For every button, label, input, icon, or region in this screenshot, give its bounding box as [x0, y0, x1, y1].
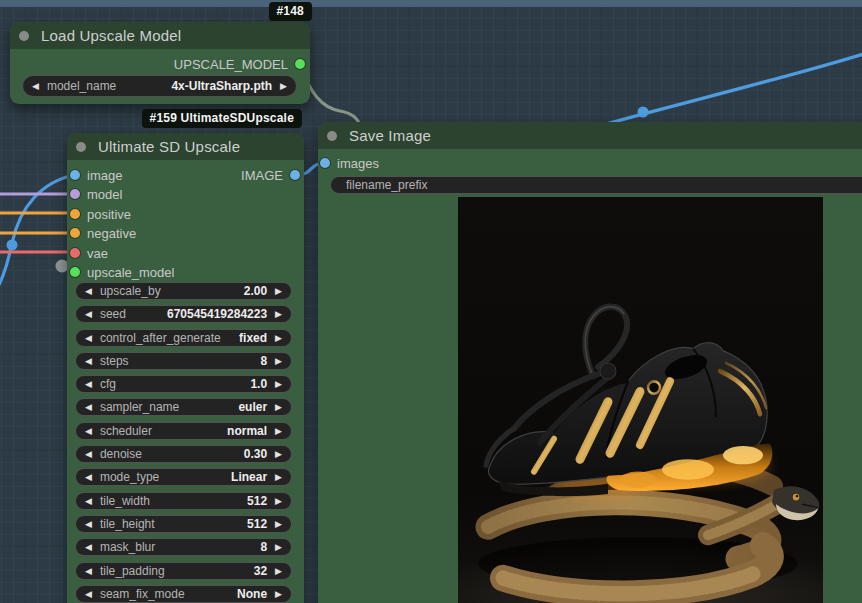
input-label: image: [87, 168, 122, 183]
node-ultimate-sd-upscale[interactable]: Ultimate SD Upscale image model positive…: [67, 133, 304, 603]
arrow-left-icon[interactable]: ◀: [85, 492, 92, 510]
widget-name: tile_padding: [100, 564, 165, 578]
arrow-left-icon[interactable]: ◀: [85, 282, 92, 300]
input-label: images: [337, 156, 379, 171]
input-upscale-model: upscale_model: [70, 264, 174, 280]
collapse-dot-icon[interactable]: [19, 31, 29, 41]
widget-tile-padding[interactable]: ◀ tile_padding 32 ▶: [75, 562, 292, 580]
arrow-left-icon[interactable]: ◀: [85, 562, 92, 580]
sneaker-snake-image: [458, 197, 823, 603]
widget-tile-height[interactable]: ◀ tile_height 512 ▶: [75, 515, 292, 533]
input-dot-positive[interactable]: [70, 209, 80, 219]
widget-name: mode_type: [100, 470, 159, 484]
arrow-left-icon[interactable]: ◀: [85, 375, 92, 393]
input-dot-negative[interactable]: [70, 228, 80, 238]
widget-scheduler[interactable]: ◀ scheduler normal ▶: [75, 422, 292, 440]
widget-value: None: [237, 587, 267, 601]
node-id-badge-ultimate: #159 UltimateSDUpscale: [142, 109, 302, 128]
input-dot-upscale-model[interactable]: [70, 267, 80, 277]
widget-value: euler: [238, 400, 267, 414]
image-preview[interactable]: [458, 197, 823, 603]
link-image-top-right-dot[interactable]: [638, 107, 649, 118]
arrow-right-icon[interactable]: ▶: [275, 515, 282, 533]
node-titlebar[interactable]: Load Upscale Model: [10, 22, 310, 49]
arrow-right-icon[interactable]: ▶: [275, 375, 282, 393]
link-image-top-right: [592, 52, 862, 128]
widget-name: upscale_by: [100, 284, 161, 298]
arrow-right-icon[interactable]: ▶: [275, 329, 282, 347]
arrow-right-icon[interactable]: ▶: [275, 282, 282, 300]
widget-seam-fix-mode[interactable]: ◀ seam_fix_mode None ▶: [75, 585, 292, 603]
arrow-right-icon[interactable]: ▶: [275, 445, 282, 463]
arrow-left-icon[interactable]: ◀: [32, 75, 39, 97]
arrow-right-icon[interactable]: ▶: [275, 492, 282, 510]
arrow-right-icon[interactable]: ▶: [275, 562, 282, 580]
arrow-left-icon[interactable]: ◀: [85, 398, 92, 416]
output-dot-upscale-model[interactable]: [295, 59, 305, 69]
arrow-left-icon[interactable]: ◀: [85, 305, 92, 323]
widget-name: cfg: [100, 377, 116, 391]
widget-sampler-name[interactable]: ◀ sampler_name euler ▶: [75, 398, 292, 416]
widget-value: 0.30: [244, 447, 267, 461]
node-title: Load Upscale Model: [41, 27, 181, 44]
input-label: model: [87, 187, 122, 202]
arrow-left-icon[interactable]: ◀: [85, 538, 92, 556]
widget-value: normal: [227, 424, 267, 438]
input-dot-images[interactable]: [320, 158, 330, 168]
input-label: vae: [87, 246, 108, 261]
widget-value: 8: [260, 540, 267, 554]
widget-name: tile_width: [100, 494, 150, 508]
widget-value: 512: [247, 517, 267, 531]
arrow-right-icon[interactable]: ▶: [275, 305, 282, 323]
link-upscale-model: [302, 66, 360, 126]
node-titlebar[interactable]: Save Image: [318, 122, 862, 149]
arrow-right-icon[interactable]: ▶: [275, 468, 282, 486]
input-dot-image[interactable]: [70, 170, 80, 180]
node-title: Ultimate SD Upscale: [98, 138, 240, 155]
widget-control-after-generate[interactable]: ◀ control_after_generate fixed ▶: [75, 329, 292, 347]
widget-name: tile_height: [100, 517, 155, 531]
node-titlebar[interactable]: Ultimate SD Upscale: [67, 133, 304, 160]
arrow-left-icon[interactable]: ◀: [85, 468, 92, 486]
node-save-image[interactable]: Save Image images filename_prefix: [318, 122, 862, 603]
arrow-right-icon[interactable]: ▶: [275, 538, 282, 556]
widget-name: model_name: [47, 79, 116, 93]
arrow-left-icon[interactable]: ◀: [85, 515, 92, 533]
arrow-right-icon[interactable]: ▶: [275, 398, 282, 416]
input-positive: positive: [70, 206, 131, 222]
input-image: image: [70, 167, 122, 183]
widget-name: steps: [100, 354, 129, 368]
widget-model-name[interactable]: ◀ model_name 4x-UltraSharp.pth ▶: [22, 75, 297, 97]
input-dot-vae[interactable]: [70, 248, 80, 258]
arrow-left-icon[interactable]: ◀: [85, 422, 92, 440]
widget-name: seed: [100, 307, 126, 321]
widget-denoise[interactable]: ◀ denoise 0.30 ▶: [75, 445, 292, 463]
node-load-upscale-model[interactable]: Load Upscale Model UPSCALE_MODEL ◀ model…: [10, 22, 310, 104]
arrow-left-icon[interactable]: ◀: [85, 445, 92, 463]
widget-mode-type[interactable]: ◀ mode_type Linear ▶: [75, 468, 292, 486]
arrow-right-icon[interactable]: ▶: [275, 422, 282, 440]
widget-mask-blur[interactable]: ◀ mask_blur 8 ▶: [75, 538, 292, 556]
widget-upscale-by[interactable]: ◀ upscale_by 2.00 ▶: [75, 282, 292, 300]
input-label: negative: [87, 226, 136, 241]
widget-tile-width[interactable]: ◀ tile_width 512 ▶: [75, 492, 292, 510]
widget-seed[interactable]: ◀ seed 670545419284223 ▶: [75, 305, 292, 323]
widget-steps[interactable]: ◀ steps 8 ▶: [75, 352, 292, 370]
arrow-right-icon[interactable]: ▶: [275, 585, 282, 603]
arrow-left-icon[interactable]: ◀: [85, 329, 92, 347]
widget-name: sampler_name: [100, 400, 179, 414]
arrow-left-icon[interactable]: ◀: [85, 352, 92, 370]
arrow-right-icon[interactable]: ▶: [275, 352, 282, 370]
node-graph-canvas[interactable]: #148 #159 UltimateSDUpscale Load Upscale…: [0, 0, 862, 603]
output-dot-image[interactable]: [290, 170, 300, 180]
collapse-dot-icon[interactable]: [76, 142, 86, 152]
arrow-left-icon[interactable]: ◀: [85, 585, 92, 603]
collapse-dot-icon[interactable]: [327, 131, 337, 141]
input-model: model: [70, 186, 122, 202]
link-image-left-dot[interactable]: [7, 240, 18, 251]
widget-cfg[interactable]: ◀ cfg 1.0 ▶: [75, 375, 292, 393]
widget-filename-prefix[interactable]: filename_prefix: [330, 176, 862, 194]
arrow-right-icon[interactable]: ▶: [280, 75, 287, 97]
widget-value: 8: [260, 354, 267, 368]
input-dot-model[interactable]: [70, 189, 80, 199]
